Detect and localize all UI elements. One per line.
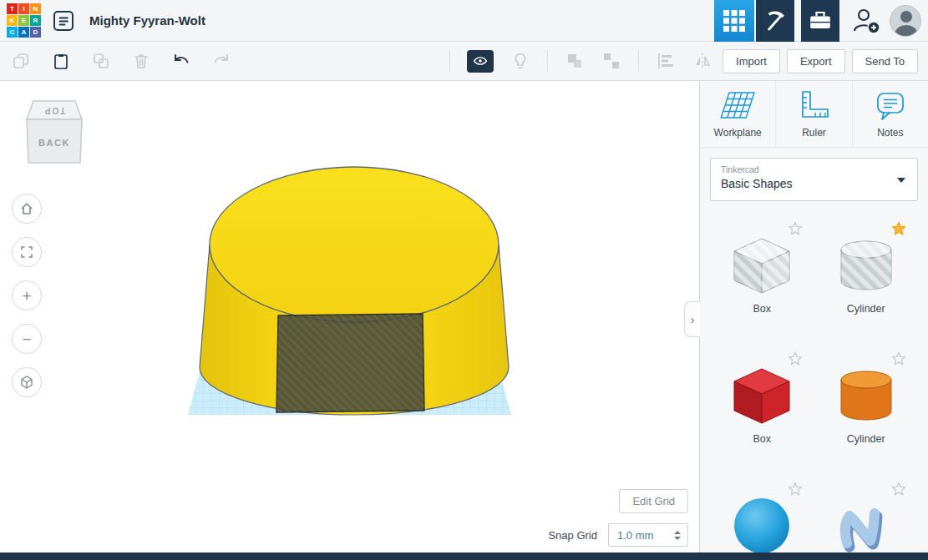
avatar-silhouette	[895, 25, 917, 37]
redo-button[interactable]	[211, 51, 231, 71]
view-controls: + −	[12, 194, 42, 397]
copy-button[interactable]	[11, 51, 31, 71]
home-view-button[interactable]	[12, 194, 42, 224]
favorite-star-icon[interactable]	[891, 351, 906, 366]
hole-box-object[interactable]	[276, 314, 424, 412]
perspective-toggle-button[interactable]	[12, 367, 42, 397]
shape-tile-hole-box[interactable]: Box	[720, 221, 804, 330]
tinkercad-logo[interactable]: T I N K E R C A D	[7, 3, 41, 38]
snap-grid-dropdown[interactable]: 1.0 mm	[608, 523, 688, 547]
bottom-bar	[0, 552, 928, 560]
undo-button[interactable]	[171, 51, 191, 71]
favorite-star-icon[interactable]	[891, 482, 906, 497]
plus-icon: +	[22, 288, 31, 304]
mirror-button[interactable]	[692, 51, 712, 71]
redo-icon	[211, 51, 231, 71]
eye-icon	[471, 52, 489, 70]
library-selected-value: Basic Shapes	[721, 177, 907, 190]
tool-label: Ruler	[802, 127, 826, 139]
separator	[449, 50, 450, 72]
logo-tile: K	[7, 15, 18, 26]
top-bar: T I N K E R C A D Mighty Fyyran-Wolt	[0, 0, 928, 42]
collapse-panel-button[interactable]: ›	[684, 301, 700, 337]
invite-button[interactable]	[849, 4, 883, 38]
shape-tile-sphere[interactable]	[720, 482, 804, 552]
avatar[interactable]	[890, 5, 921, 37]
logo-tile: E	[18, 15, 29, 26]
editor-toolbar: Import Export Send To	[0, 42, 928, 81]
sphere-thumbnail	[725, 492, 799, 552]
shape-library-dropdown[interactable]: Tinkercad Basic Shapes	[710, 158, 918, 201]
io-buttons-group: Import Export Send To	[723, 42, 918, 80]
export-button[interactable]: Export	[787, 49, 845, 73]
hide-selected-button[interactable]	[467, 50, 494, 73]
workplane-tool[interactable]: Workplane	[700, 81, 775, 147]
favorite-star-icon[interactable]	[788, 482, 803, 497]
perspective-cube-icon	[19, 375, 34, 390]
logo-tile: C	[7, 27, 18, 38]
shape-label: Cylinder	[847, 303, 885, 316]
undo-icon	[171, 51, 191, 71]
3d-scene	[0, 81, 699, 552]
logo-tile: A	[18, 27, 29, 38]
separator	[638, 50, 639, 72]
shape-tile-hole-cylinder[interactable]: Cylinder	[824, 221, 909, 330]
add-user-icon	[850, 5, 882, 37]
group-button[interactable]	[565, 51, 585, 71]
minus-icon: −	[22, 331, 31, 347]
show-all-button[interactable]	[510, 51, 530, 71]
favorite-star-icon[interactable]	[788, 221, 803, 236]
home-icon	[19, 201, 34, 216]
top-right-controls	[714, 0, 928, 42]
view-cube[interactable]: TOP BACK	[22, 96, 87, 166]
tool-label: Workplane	[714, 127, 762, 139]
edit-tools-group	[11, 42, 231, 80]
edit-grid-button[interactable]: Edit Grid	[619, 489, 688, 513]
favorite-star-icon[interactable]	[891, 221, 906, 236]
notes-icon	[873, 89, 908, 123]
hole-cylinder-thumbnail	[829, 231, 903, 298]
logo-tile: R	[30, 15, 41, 26]
pickaxe-icon	[758, 4, 792, 38]
viewcube-top-label: TOP	[43, 106, 65, 115]
zoom-in-button[interactable]: +	[12, 280, 42, 310]
paste-button[interactable]	[51, 51, 71, 71]
favorite-star-icon[interactable]	[788, 351, 803, 366]
notes-tool[interactable]: Notes	[852, 81, 928, 147]
logo-tile: N	[30, 3, 41, 14]
design-menu-button[interactable]	[53, 10, 74, 32]
panel-tools-row: Workplane Ruler Notes	[700, 81, 928, 148]
workplane-icon	[718, 89, 757, 123]
spinner-icon	[674, 531, 681, 540]
shape-tile-box[interactable]: Box	[720, 351, 804, 460]
red-box-thumbnail	[725, 361, 799, 428]
duplicate-button[interactable]	[91, 51, 111, 71]
portfolio-button[interactable]	[801, 0, 839, 42]
chevron-down-icon	[897, 178, 905, 183]
shape-label: Box	[753, 303, 771, 316]
shape-tile-scribble[interactable]	[824, 482, 909, 552]
dashboard-button[interactable]	[714, 0, 754, 42]
shape-tile-cylinder[interactable]: Cylinder	[824, 351, 909, 460]
ungroup-button[interactable]	[601, 51, 621, 71]
paste-icon	[51, 51, 71, 71]
send-to-button[interactable]: Send To	[852, 49, 918, 73]
shape-label: Box	[753, 433, 771, 446]
design-title[interactable]: Mighty Fyyran-Wolt	[89, 13, 205, 28]
ruler-tool[interactable]: Ruler	[775, 81, 851, 147]
fit-view-icon	[19, 245, 34, 260]
align-button[interactable]	[656, 51, 676, 71]
import-button[interactable]: Import	[723, 49, 780, 73]
ungroup-icon	[601, 51, 621, 71]
align-icon	[656, 51, 676, 71]
duplicate-icon	[91, 51, 111, 71]
fit-view-button[interactable]	[12, 237, 42, 267]
group-icon	[565, 51, 585, 71]
logo-tile: I	[18, 3, 29, 14]
zoom-out-button[interactable]: −	[12, 324, 42, 354]
3d-viewport[interactable]: TOP BACK + −	[0, 81, 699, 552]
mirror-icon	[692, 51, 712, 71]
tinkercad-editor: T I N K E R C A D Mighty Fyyran-Wolt	[0, 0, 928, 560]
delete-button[interactable]	[131, 51, 151, 71]
minecraft-mode-button[interactable]	[756, 0, 794, 42]
